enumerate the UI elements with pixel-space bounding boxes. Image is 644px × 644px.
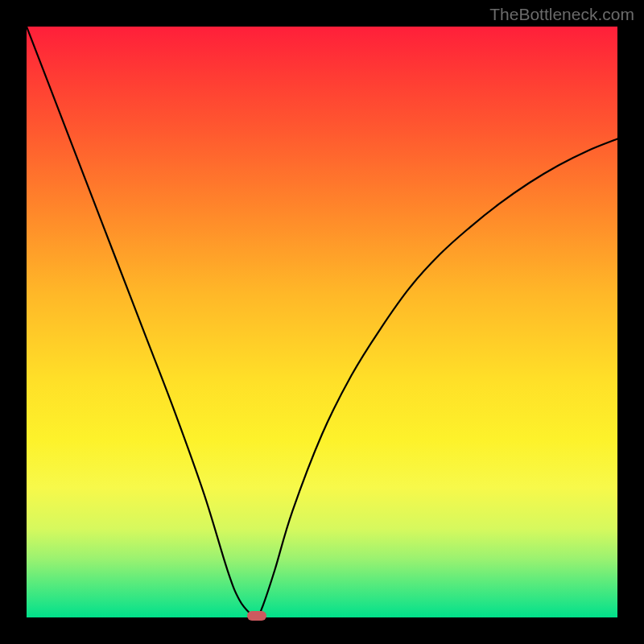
watermark-text: TheBottleneck.com (489, 5, 634, 24)
bottleneck-curve (27, 27, 617, 617)
minimum-marker (247, 611, 266, 621)
plot-area (27, 27, 617, 617)
chart-frame: TheBottleneck.com (0, 0, 644, 644)
